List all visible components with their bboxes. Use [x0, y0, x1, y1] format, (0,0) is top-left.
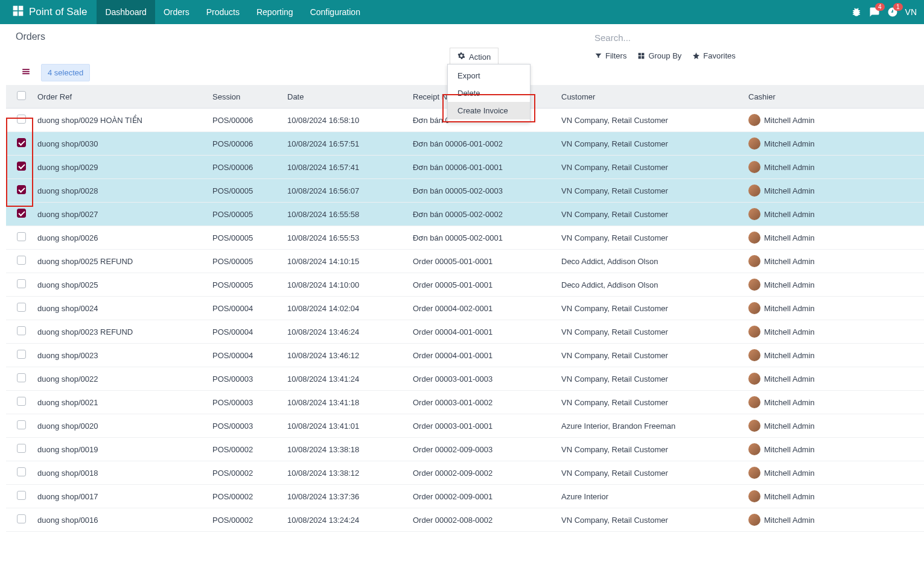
row-checkbox[interactable]: [17, 397, 26, 406]
list-view-button[interactable]: [16, 64, 36, 81]
row-checkbox[interactable]: [17, 420, 26, 429]
groupby-label: Group By: [648, 51, 681, 60]
selected-count[interactable]: 4 selected: [41, 64, 90, 81]
cell-session: POS/00004: [208, 344, 282, 367]
cell-order: duong shop/0017: [33, 485, 208, 508]
avatar: [748, 208, 760, 220]
cell-receipt: Order 00005-001-0001: [408, 273, 556, 297]
cell-receipt: Order 00002-009-0001: [408, 485, 556, 508]
gear-icon: [457, 52, 465, 62]
user-menu[interactable]: VN: [905, 7, 917, 17]
row-checkbox[interactable]: [17, 514, 26, 523]
action-export[interactable]: Export: [448, 67, 530, 84]
cell-receipt: Order 00004-001-0001: [408, 320, 556, 344]
row-checkbox[interactable]: [17, 444, 26, 453]
row-checkbox[interactable]: [17, 491, 26, 500]
avatar: [748, 373, 760, 385]
table-row[interactable]: duong shop/0025 REFUNDPOS/0000510/08/202…: [6, 250, 924, 273]
cell-cashier: Mitchell Admin: [744, 203, 924, 226]
bug-icon[interactable]: [851, 7, 862, 17]
cell-date: 10/08/2024 14:10:00: [282, 273, 408, 297]
table-row[interactable]: duong shop/0018POS/0000210/08/2024 13:38…: [6, 461, 924, 485]
row-checkbox[interactable]: [17, 350, 26, 359]
cell-date: 10/08/2024 13:41:18: [282, 391, 408, 414]
table-row[interactable]: duong shop/0019POS/0000210/08/2024 13:38…: [6, 438, 924, 461]
table-row[interactable]: duong shop/0020POS/0000310/08/2024 13:41…: [6, 414, 924, 438]
table-row[interactable]: duong shop/0017POS/0000210/08/2024 13:37…: [6, 485, 924, 508]
action-create-invoice[interactable]: Create Invoice: [448, 102, 530, 119]
cell-session: POS/00004: [208, 297, 282, 320]
cell-receipt: Đơn bán 00005-002-0002: [408, 203, 556, 226]
avatar: [748, 420, 760, 432]
navbar: Point of Sale DashboardOrdersProductsRep…: [0, 0, 924, 24]
cell-order: duong shop/0019: [33, 438, 208, 461]
cell-order: duong shop/0016: [33, 508, 208, 532]
table-row[interactable]: duong shop/0027POS/0000510/08/2024 16:55…: [6, 203, 924, 226]
action-delete[interactable]: Delete: [448, 84, 530, 102]
table-row[interactable]: duong shop/0022POS/0000310/08/2024 13:41…: [6, 367, 924, 391]
filters-label: Filters: [605, 51, 626, 60]
nav-dashboard[interactable]: Dashboard: [97, 0, 155, 24]
cell-cashier: Mitchell Admin: [744, 344, 924, 367]
table-row[interactable]: duong shop/0024POS/0000410/08/2024 14:02…: [6, 297, 924, 320]
row-checkbox[interactable]: [17, 326, 26, 335]
cell-cashier: Mitchell Admin: [744, 226, 924, 250]
cell-cashier: Mitchell Admin: [744, 297, 924, 320]
table-row[interactable]: duong shop/0026POS/0000510/08/2024 16:55…: [6, 226, 924, 250]
svg-rect-2: [13, 11, 18, 16]
nav-orders[interactable]: Orders: [155, 0, 198, 24]
row-checkbox[interactable]: [17, 467, 26, 476]
cell-receipt: Order 00002-009-0003: [408, 438, 556, 461]
favorites-button[interactable]: Favorites: [692, 51, 735, 60]
filters-button[interactable]: Filters: [594, 51, 626, 60]
cell-receipt: Order 00004-002-0001: [408, 297, 556, 320]
nav-products[interactable]: Products: [198, 0, 248, 24]
row-checkbox[interactable]: [17, 209, 26, 218]
nav-reporting[interactable]: Reporting: [248, 0, 302, 24]
row-checkbox[interactable]: [17, 232, 26, 241]
row-checkbox[interactable]: [17, 373, 26, 382]
cell-date: 10/08/2024 16:57:51: [282, 132, 408, 156]
header-session[interactable]: Session: [208, 85, 282, 109]
cell-order: duong shop/0029: [33, 156, 208, 179]
cell-receipt: Đơn bán 00005-002-0003: [408, 179, 556, 203]
messages-icon[interactable]: 4: [869, 7, 880, 17]
search-input[interactable]: [594, 30, 914, 45]
page-title: Orders: [16, 30, 45, 42]
cell-customer: VN Company, Retail Customer: [556, 367, 744, 391]
select-all-checkbox[interactable]: [17, 91, 26, 100]
row-checkbox[interactable]: [17, 279, 26, 288]
table-row[interactable]: duong shop/0021POS/0000310/08/2024 13:41…: [6, 391, 924, 414]
table-row[interactable]: duong shop/0029POS/0000610/08/2024 16:57…: [6, 156, 924, 179]
table-row[interactable]: duong shop/0028POS/0000510/08/2024 16:56…: [6, 179, 924, 203]
table-row[interactable]: duong shop/0023POS/0000410/08/2024 13:46…: [6, 344, 924, 367]
row-checkbox[interactable]: [17, 138, 26, 147]
nav-configuration[interactable]: Configuration: [302, 0, 369, 24]
action-button[interactable]: Action: [450, 48, 499, 65]
row-checkbox[interactable]: [17, 162, 26, 171]
cell-date: 10/08/2024 13:41:01: [282, 414, 408, 438]
row-checkbox[interactable]: [17, 303, 26, 312]
groupby-button[interactable]: Group By: [637, 51, 681, 60]
row-checkbox[interactable]: [17, 256, 26, 265]
header-order[interactable]: Order Ref: [33, 85, 208, 109]
list-icon: [22, 68, 30, 78]
table-row[interactable]: duong shop/0025POS/0000510/08/2024 14:10…: [6, 273, 924, 297]
table-row[interactable]: duong shop/0023 REFUNDPOS/0000410/08/202…: [6, 320, 924, 344]
cashier-name: Mitchell Admin: [764, 327, 815, 336]
navbar-right: 4 1 VN: [851, 7, 919, 17]
activities-icon[interactable]: 1: [887, 7, 898, 17]
header-cashier[interactable]: Cashier: [744, 85, 924, 109]
cell-date: 10/08/2024 16:58:10: [282, 109, 408, 132]
cell-receipt: Order 00003-001-0003: [408, 367, 556, 391]
app-brand[interactable]: Point of Sale: [5, 5, 94, 20]
header-customer[interactable]: Customer: [556, 85, 744, 109]
header-date[interactable]: Date: [282, 85, 408, 109]
cell-receipt: Order 00003-001-0002: [408, 391, 556, 414]
row-checkbox[interactable]: [17, 115, 26, 124]
table-row[interactable]: duong shop/0030POS/0000610/08/2024 16:57…: [6, 132, 924, 156]
cell-receipt: Order 00002-009-0002: [408, 461, 556, 485]
row-checkbox[interactable]: [17, 185, 26, 194]
table-row[interactable]: duong shop/0016POS/0000210/08/2024 13:24…: [6, 508, 924, 532]
cashier-name: Mitchell Admin: [764, 280, 815, 289]
